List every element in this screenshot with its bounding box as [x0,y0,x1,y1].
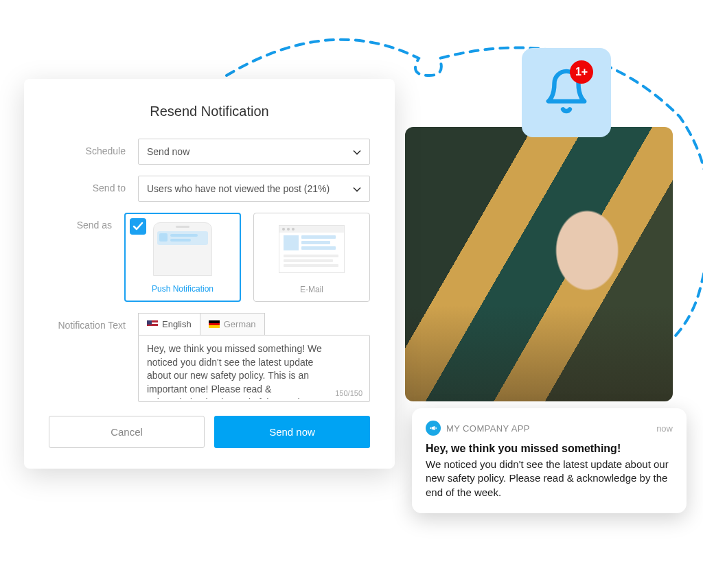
worker-photo [405,127,673,401]
modal-title: Resend Notification [49,104,370,119]
email-graphic-icon [254,213,369,285]
push-notification-preview: MY COMPANY APP now Hey, we think you mis… [412,408,687,513]
notification-text-label: Notification Text [49,313,138,331]
resend-notification-modal: Resend Notification Schedule Send now Se… [24,79,395,469]
send-to-value: Users who have not viewed the post (21%) [147,183,330,194]
chevron-down-icon [353,183,361,194]
schedule-select[interactable]: Send now [138,139,370,165]
send-to-select[interactable]: Users who have not viewed the post (21%) [138,176,370,202]
megaphone-icon [426,421,441,436]
email-option-label: E-Mail [300,285,323,294]
tab-english[interactable]: English [139,314,200,335]
schedule-label: Schedule [49,139,138,156]
push-title: Hey, we think you missed something! [426,443,673,455]
push-app-name: MY COMPANY APP [446,423,530,434]
de-flag-icon [209,320,220,328]
bell-badge: 1+ [570,60,593,84]
chevron-down-icon [353,146,361,157]
us-flag-icon [147,320,158,328]
notification-bell-tile: 1+ [522,48,611,137]
check-icon [130,218,146,235]
cancel-button[interactable]: Cancel [49,416,205,448]
char-count: 150/150 [335,389,362,397]
push-option-label: Push Notification [152,284,214,294]
tab-german[interactable]: German [200,314,264,335]
send-to-label: Send to [49,176,138,193]
send-as-push-option[interactable]: Push Notification [124,213,241,302]
push-body: We noticed you didn't see the latest upd… [426,458,673,499]
send-as-label: Send as [49,213,124,231]
send-now-button[interactable]: Send now [214,416,370,448]
send-as-email-option[interactable]: E-Mail [253,213,370,302]
schedule-value: Send now [147,146,189,157]
push-time: now [656,423,673,434]
